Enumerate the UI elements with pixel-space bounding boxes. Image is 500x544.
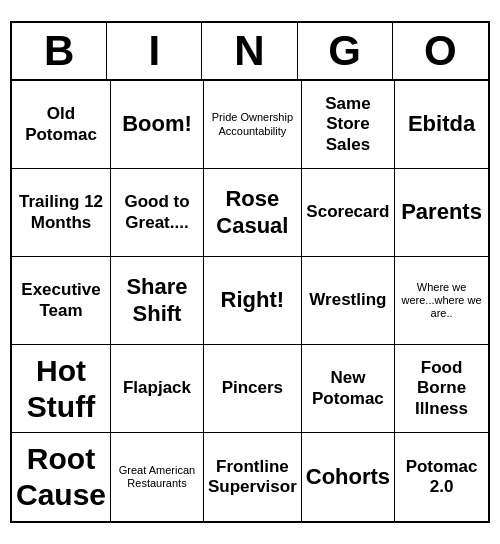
cell-text-8: Scorecard — [306, 202, 389, 222]
cell-text-2: Pride Ownership Accountability — [208, 111, 297, 137]
cell-text-3: Same Store Sales — [306, 94, 390, 155]
bingo-cell-13: Wrestling — [302, 257, 395, 345]
cell-text-6: Good to Great.... — [115, 192, 199, 233]
bingo-cell-3: Same Store Sales — [302, 81, 395, 169]
bingo-cell-1: Boom! — [111, 81, 204, 169]
cell-text-15: Hot Stuff — [16, 353, 106, 425]
bingo-cell-14: Where we were...where we are.. — [395, 257, 488, 345]
cell-text-17: Pincers — [222, 378, 283, 398]
bingo-cell-21: Great American Restaurants — [111, 433, 204, 521]
bingo-cell-20: Root Cause — [12, 433, 111, 521]
cell-text-21: Great American Restaurants — [115, 464, 199, 490]
bingo-cell-11: Share Shift — [111, 257, 204, 345]
bingo-cell-7: Rose Casual — [204, 169, 302, 257]
cell-text-24: Potomac 2.0 — [399, 457, 484, 498]
bingo-cell-19: Food Borne Illness — [395, 345, 488, 433]
cell-text-4: Ebitda — [408, 111, 475, 137]
bingo-cell-5: Trailing 12 Months — [12, 169, 111, 257]
bingo-cell-6: Good to Great.... — [111, 169, 204, 257]
bingo-cell-17: Pincers — [204, 345, 302, 433]
cell-text-19: Food Borne Illness — [399, 358, 484, 419]
bingo-cell-15: Hot Stuff — [12, 345, 111, 433]
bingo-cell-18: New Potomac — [302, 345, 395, 433]
header-letter-g: G — [298, 23, 393, 79]
cell-text-20: Root Cause — [16, 441, 106, 513]
cell-text-11: Share Shift — [115, 274, 199, 327]
cell-text-1: Boom! — [122, 111, 192, 137]
cell-text-13: Wrestling — [309, 290, 386, 310]
bingo-grid: Old PotomacBoom!Pride Ownership Accounta… — [12, 81, 488, 521]
cell-text-0: Old Potomac — [16, 104, 106, 145]
bingo-cell-9: Parents — [395, 169, 488, 257]
bingo-cell-12: Right! — [204, 257, 302, 345]
cell-text-12: Right! — [221, 287, 285, 313]
bingo-cell-8: Scorecard — [302, 169, 395, 257]
cell-text-22: Frontline Supervisor — [208, 457, 297, 498]
cell-text-23: Cohorts — [306, 464, 390, 490]
bingo-header: BINGO — [12, 23, 488, 81]
cell-text-14: Where we were...where we are.. — [399, 281, 484, 321]
header-letter-b: B — [12, 23, 107, 79]
bingo-cell-10: Executive Team — [12, 257, 111, 345]
bingo-cell-23: Cohorts — [302, 433, 395, 521]
bingo-cell-16: Flapjack — [111, 345, 204, 433]
cell-text-18: New Potomac — [306, 368, 390, 409]
bingo-cell-4: Ebitda — [395, 81, 488, 169]
bingo-cell-22: Frontline Supervisor — [204, 433, 302, 521]
header-letter-i: I — [107, 23, 202, 79]
bingo-cell-24: Potomac 2.0 — [395, 433, 488, 521]
cell-text-9: Parents — [401, 199, 482, 225]
bingo-card: BINGO Old PotomacBoom!Pride Ownership Ac… — [10, 21, 490, 523]
header-letter-o: O — [393, 23, 488, 79]
bingo-cell-2: Pride Ownership Accountability — [204, 81, 302, 169]
header-letter-n: N — [202, 23, 297, 79]
cell-text-16: Flapjack — [123, 378, 191, 398]
cell-text-5: Trailing 12 Months — [16, 192, 106, 233]
cell-text-7: Rose Casual — [208, 186, 297, 239]
bingo-cell-0: Old Potomac — [12, 81, 111, 169]
cell-text-10: Executive Team — [16, 280, 106, 321]
